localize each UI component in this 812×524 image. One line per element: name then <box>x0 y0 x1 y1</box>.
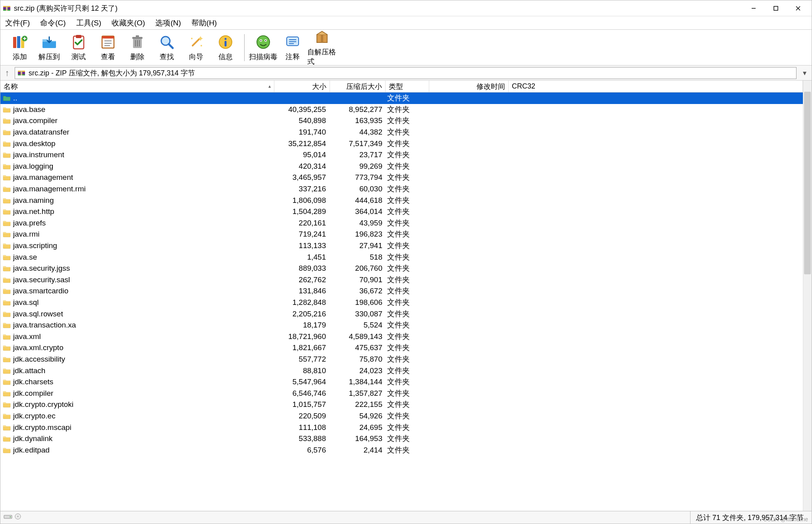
table-row[interactable]: java.instrument95,01423,717文件夹 <box>0 149 803 161</box>
row-type: 文件夹 <box>386 286 429 296</box>
path-input[interactable]: src.zip - ZIP 压缩文件, 解包大小为 179,957,314 字节 <box>15 67 797 79</box>
test-button[interactable]: 测试 <box>64 31 93 64</box>
row-packed: 24,695 <box>330 423 386 432</box>
comment-button[interactable]: 注释 <box>278 31 307 64</box>
row-packed: 99,269 <box>330 162 386 171</box>
table-row[interactable]: java.se1,451518文件夹 <box>0 251 803 263</box>
sfx-button[interactable]: 自解压格式 <box>307 31 337 64</box>
svg-point-29 <box>201 45 202 46</box>
row-name: java.se <box>13 253 37 262</box>
delete-button[interactable]: 删除 <box>123 31 152 64</box>
folder-icon <box>3 174 11 181</box>
table-row[interactable]: jdk.attach88,81024,023文件夹 <box>0 365 803 376</box>
row-size: 719,241 <box>274 230 330 239</box>
row-type: 文件夹 <box>386 139 429 149</box>
header-name[interactable]: 名称 ▴ <box>0 81 274 92</box>
table-row[interactable]: jdk.crypto.cryptoki1,015,757222,155文件夹 <box>0 399 803 410</box>
table-row[interactable]: jdk.dynalink533,888164,953文件夹 <box>0 433 803 445</box>
clipboard-check-icon <box>70 34 87 50</box>
table-row[interactable]: java.transaction.xa18,1795,524文件夹 <box>0 320 803 331</box>
table-row[interactable]: java.desktop35,212,8547,517,349文件夹 <box>0 138 803 149</box>
add-button[interactable]: 添加 <box>5 31 35 64</box>
row-size: 1,015,757 <box>274 400 330 409</box>
svg-rect-5 <box>774 6 778 10</box>
folder-icon <box>3 367 11 374</box>
disc-icon <box>15 513 21 522</box>
row-type: 文件夹 <box>386 172 429 183</box>
table-row[interactable]: jdk.crypto.ec220,50954,926文件夹 <box>0 410 803 422</box>
up-arrow-button[interactable]: ↑ <box>3 68 12 78</box>
table-row[interactable]: java.security.jgss889,033206,760文件夹 <box>0 263 803 274</box>
scrollbar-thumb[interactable] <box>804 92 811 274</box>
table-row[interactable]: jdk.charsets5,547,9641,384,144文件夹 <box>0 376 803 388</box>
table-row[interactable]: java.sql.rowset2,205,216330,087文件夹 <box>0 308 803 320</box>
header-mtime[interactable]: 修改时间 <box>429 81 509 92</box>
table-row[interactable]: java.smartcardio131,84636,672文件夹 <box>0 285 803 297</box>
extract-to-button[interactable]: 解压到 <box>35 31 64 64</box>
header-size[interactable]: 大小 <box>274 81 330 92</box>
table-row[interactable]: java.sql1,282,848198,606文件夹 <box>0 297 803 308</box>
close-button[interactable] <box>787 0 809 16</box>
table-row[interactable]: java.rmi719,241196,823文件夹 <box>0 229 803 240</box>
table-row[interactable]: java.net.http1,504,289364,014文件夹 <box>0 206 803 218</box>
table-row[interactable]: jdk.compiler6,546,7461,357,827文件夹 <box>0 387 803 399</box>
table-row[interactable]: java.base40,395,2558,952,277文件夹 <box>0 104 803 116</box>
minimize-button[interactable] <box>743 0 765 16</box>
menu-favorites[interactable]: 收藏夹(O) <box>110 17 147 29</box>
table-row[interactable]: java.logging420,31499,269文件夹 <box>0 161 803 172</box>
row-packed: 44,382 <box>330 128 386 137</box>
table-row[interactable]: jdk.editpad6,5762,414文件夹 <box>0 444 803 456</box>
wizard-button[interactable]: 向导 <box>181 31 211 64</box>
table-row[interactable]: java.xml.crypto1,821,667475,637文件夹 <box>0 342 803 354</box>
row-type: 文件夹 <box>386 411 429 421</box>
winrar-window: src.zip (离购买许可只剩 12 天了) 文件(F) 命令(C) 工具(S… <box>0 0 812 524</box>
row-type: 文件夹 <box>386 309 429 319</box>
row-size: 3,465,957 <box>274 173 330 182</box>
table-row[interactable]: java.xml18,721,9604,589,143文件夹 <box>0 331 803 342</box>
menu-command[interactable]: 命令(C) <box>39 17 67 29</box>
table-row[interactable]: jdk.accessibility557,77275,870文件夹 <box>0 354 803 365</box>
table-row[interactable]: java.security.sasl262,76270,901文件夹 <box>0 274 803 286</box>
row-type: 文件夹 <box>386 297 429 308</box>
row-packed: 196,823 <box>330 230 386 239</box>
header-packed[interactable]: 压缩后大小 <box>330 81 386 92</box>
menu-help[interactable]: 帮助(H) <box>190 17 218 29</box>
table-row[interactable]: jdk.crypto.mscapi111,10824,695文件夹 <box>0 422 803 433</box>
info-button[interactable]: 信息 <box>211 31 240 64</box>
menu-tools[interactable]: 工具(S) <box>75 17 103 29</box>
row-type: 文件夹 <box>386 433 429 444</box>
table-row[interactable]: java.management3,465,957773,794文件夹 <box>0 172 803 183</box>
table-row[interactable]: java.scripting113,13327,941文件夹 <box>0 240 803 252</box>
table-row[interactable]: java.management.rmi337,21660,030文件夹 <box>0 183 803 195</box>
row-size: 262,762 <box>274 275 330 284</box>
svg-rect-13 <box>76 35 81 38</box>
row-name: jdk.charsets <box>13 378 53 386</box>
menubar: 文件(F) 命令(C) 工具(S) 收藏夹(O) 选项(N) 帮助(H) <box>0 16 812 30</box>
vertical-scrollbar[interactable] <box>803 81 812 511</box>
add-label: 添加 <box>13 52 27 62</box>
table-row[interactable]: java.datatransfer191,74044,382文件夹 <box>0 127 803 138</box>
view-button[interactable]: 查看 <box>93 31 123 64</box>
svg-rect-15 <box>102 36 114 39</box>
row-name: jdk.dynalink <box>13 434 52 443</box>
menu-options[interactable]: 选项(N) <box>154 17 182 29</box>
row-type: 文件夹 <box>386 377 429 387</box>
table-row[interactable]: java.compiler540,898163,935文件夹 <box>0 115 803 127</box>
header-crc[interactable]: CRC32 <box>509 81 803 92</box>
table-row[interactable]: ..文件夹 <box>0 92 803 104</box>
svg-point-36 <box>260 40 261 40</box>
folder-icon <box>3 231 11 238</box>
maximize-button[interactable] <box>765 0 787 16</box>
row-type: 文件夹 <box>386 195 429 206</box>
header-type[interactable]: 类型 <box>386 81 429 92</box>
table-row[interactable]: java.prefs220,16143,959文件夹 <box>0 218 803 229</box>
pathbar: ↑ src.zip - ZIP 压缩文件, 解包大小为 179,957,314 … <box>0 66 812 81</box>
path-dropdown-button[interactable]: ▾ <box>800 69 809 77</box>
find-button[interactable]: 查找 <box>152 31 181 64</box>
row-packed: 222,155 <box>330 400 386 409</box>
row-name: java.logging <box>13 162 53 171</box>
table-row[interactable]: java.naming1,806,098444,618文件夹 <box>0 195 803 206</box>
row-type: 文件夹 <box>386 320 429 330</box>
menu-file[interactable]: 文件(F) <box>4 17 31 29</box>
scan-virus-button[interactable]: 扫描病毒 <box>249 31 278 64</box>
